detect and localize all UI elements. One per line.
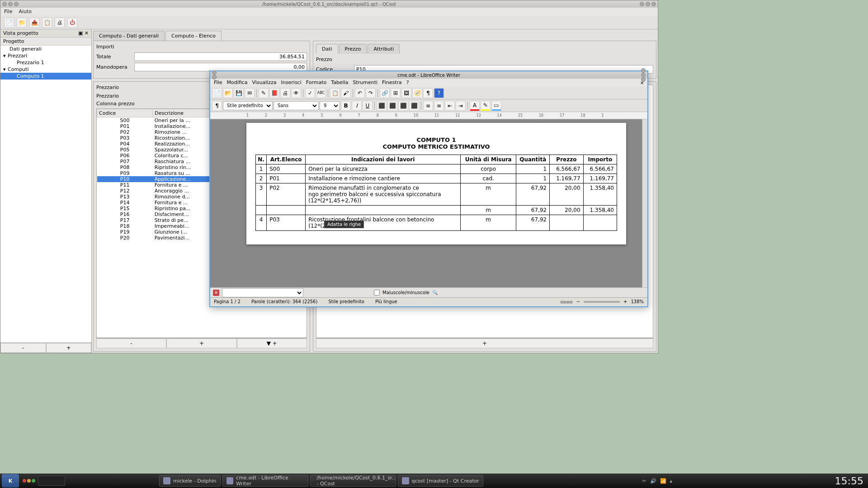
list-num-icon[interactable]: ≡: [423, 101, 433, 111]
close2-icon[interactable]: [651, 2, 656, 6]
kmenu-button[interactable]: K: [2, 474, 19, 488]
export-icon[interactable]: 📋: [42, 18, 52, 28]
preview-icon[interactable]: 👁: [291, 88, 301, 98]
remove-button[interactable]: -: [0, 343, 46, 353]
tree-item[interactable]: Prezzario 1: [0, 59, 91, 66]
bgcolor-icon[interactable]: ▭: [491, 101, 501, 111]
document-area[interactable]: COMPUTO 1 COMPUTO METRICO ESTIMATIVO N.A…: [210, 119, 647, 287]
exit-icon[interactable]: ⏻: [67, 18, 77, 28]
lo-max-icon[interactable]: [641, 73, 646, 77]
doc-close-icon[interactable]: ✕: [640, 80, 646, 86]
abc-icon[interactable]: ABC: [316, 88, 326, 98]
link-icon[interactable]: 🔗: [380, 88, 390, 98]
task-item[interactable]: cme.odt - LibreOffice Writer: [222, 475, 308, 487]
fontcolor-icon[interactable]: A: [470, 101, 480, 111]
min2-icon[interactable]: [640, 2, 644, 6]
tree-item[interactable]: Computo 1: [0, 73, 91, 80]
align-center-icon[interactable]: ⬛: [387, 101, 397, 111]
tree-item[interactable]: ▾Prezzari: [0, 52, 91, 59]
clock[interactable]: 15:55: [835, 475, 863, 487]
menu-item[interactable]: Tabella: [331, 80, 348, 86]
edit-icon[interactable]: ✎: [259, 88, 269, 98]
new-doc-icon[interactable]: 📄: [212, 88, 222, 98]
highlight-icon[interactable]: ✎: [481, 101, 491, 111]
save-doc-icon[interactable]: 💾: [234, 88, 244, 98]
redo-icon[interactable]: ↷: [366, 88, 376, 98]
lo-min-icon[interactable]: [641, 68, 646, 73]
open-doc-icon[interactable]: 📂: [223, 88, 233, 98]
zoom-out-icon[interactable]: −: [576, 299, 580, 304]
align-right-icon[interactable]: ⬛: [398, 101, 408, 111]
close-icon[interactable]: [2, 2, 7, 6]
menu-item[interactable]: Formato: [306, 80, 327, 86]
network-icon[interactable]: 📶: [660, 478, 666, 484]
max-icon[interactable]: [14, 2, 19, 6]
zoom-in-icon[interactable]: +: [623, 299, 627, 304]
menu-item[interactable]: Modifica: [226, 80, 247, 86]
menu-item[interactable]: File: [214, 80, 222, 86]
pdf-icon[interactable]: 📕: [269, 88, 279, 98]
italic-icon[interactable]: I: [352, 101, 362, 111]
detail-add-button[interactable]: +: [316, 338, 653, 348]
menu-item[interactable]: Finestra: [382, 80, 402, 86]
help-icon[interactable]: ?: [434, 88, 444, 98]
email-icon[interactable]: ✉: [245, 88, 255, 98]
indent-dec-icon[interactable]: ⇤: [445, 101, 455, 111]
th-codice[interactable]: Codice: [97, 109, 153, 117]
nav-icon[interactable]: 🧭: [412, 88, 422, 98]
underline-icon[interactable]: U: [363, 101, 373, 111]
tab-attributi[interactable]: Attributi: [368, 44, 400, 54]
brush-icon[interactable]: 🖌: [341, 88, 351, 98]
task-item[interactable]: /home/mickele/QCost_0.6.1_sr... - QCost: [310, 475, 396, 487]
table-icon[interactable]: ⊞: [391, 88, 401, 98]
min-icon[interactable]: [8, 2, 13, 6]
case-checkbox[interactable]: [374, 290, 380, 296]
align-justify-icon[interactable]: ⬛: [409, 101, 419, 111]
menu-item[interactable]: Inserisci: [281, 80, 302, 86]
zoom-slider[interactable]: [584, 301, 620, 303]
volume-icon[interactable]: 🔊: [650, 478, 656, 484]
style-combo[interactable]: Stile predefinito: [223, 101, 273, 110]
tree-item[interactable]: ▾Computi: [0, 66, 91, 73]
pager[interactable]: [38, 476, 65, 486]
image-icon[interactable]: 🖼: [401, 88, 411, 98]
bold-icon[interactable]: B: [341, 101, 351, 111]
para-icon[interactable]: ¶: [423, 88, 433, 98]
find-close-icon[interactable]: ✕: [213, 290, 219, 296]
spell-icon[interactable]: ✓: [305, 88, 315, 98]
tab-dati[interactable]: Dati: [316, 44, 338, 54]
activity-dots[interactable]: [23, 479, 35, 483]
open-icon[interactable]: 📁: [17, 18, 27, 28]
max2-icon[interactable]: [646, 2, 650, 6]
task-item[interactable]: mickele - Dolphin: [159, 475, 221, 487]
menu-item[interactable]: Strumenti: [353, 80, 377, 86]
price-add-down-button[interactable]: ▼ +: [237, 338, 307, 348]
font-combo[interactable]: Sans: [274, 101, 319, 110]
list-bul-icon[interactable]: ≡: [434, 101, 444, 111]
paste-icon[interactable]: 📋: [330, 88, 340, 98]
price-remove-button[interactable]: -: [96, 338, 166, 348]
chevron-up-icon[interactable]: ▴: [670, 478, 673, 484]
menu-item[interactable]: Visualizza: [252, 80, 276, 86]
search-input[interactable]: [222, 288, 303, 297]
project-tree[interactable]: Progetto Dati generali▾PrezzariPrezzario…: [0, 38, 91, 343]
lo-pin-icon[interactable]: [212, 75, 217, 80]
indent-inc-icon[interactable]: ⇥: [456, 101, 466, 111]
save-icon[interactable]: 📤: [29, 18, 39, 28]
menu-item[interactable]: ?: [406, 80, 409, 86]
tab-elenco[interactable]: Computo - Elenco: [165, 31, 222, 41]
size-combo[interactable]: 9: [320, 101, 340, 110]
task-item[interactable]: qcost [master] - Qt Creator: [398, 475, 483, 487]
styles-icon[interactable]: ¶: [212, 101, 222, 111]
tree-item[interactable]: Dati generali: [0, 46, 91, 52]
price-add-button[interactable]: +: [166, 338, 236, 348]
print-icon[interactable]: 🖨: [55, 18, 65, 28]
lo-appicon[interactable]: [212, 70, 217, 75]
scrollbar[interactable]: [642, 119, 647, 287]
binoculars-icon[interactable]: 🔍: [432, 290, 438, 295]
view-icons[interactable]: ▫▫▫▫: [561, 299, 573, 304]
tray-icon[interactable]: ✂: [642, 478, 646, 484]
new-icon[interactable]: 📄: [4, 18, 14, 28]
undo-icon[interactable]: ↶: [355, 88, 365, 98]
align-left-icon[interactable]: ⬛: [377, 101, 387, 111]
